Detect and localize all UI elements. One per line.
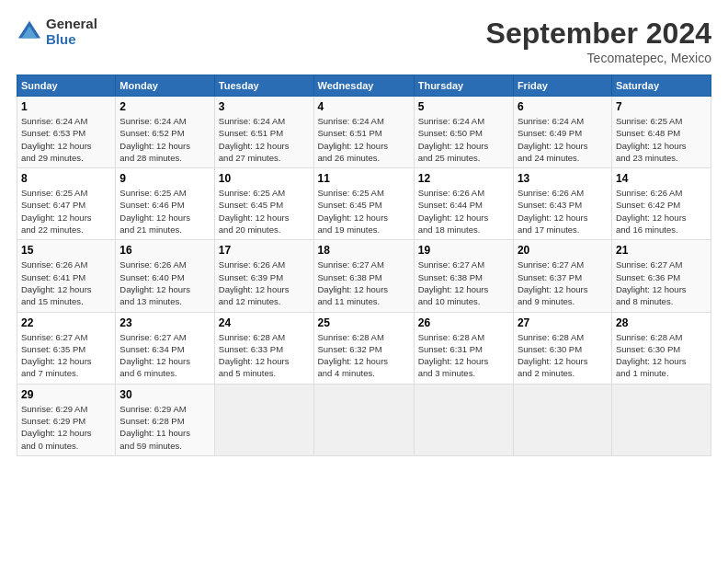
day-number: 21 — [616, 244, 707, 257]
calendar-day-cell: 28Sunrise: 6:28 AMSunset: 6:30 PMDayligh… — [611, 312, 711, 384]
logo-text: General Blue — [46, 17, 97, 47]
calendar-day-cell: 16Sunrise: 6:26 AMSunset: 6:40 PMDayligh… — [116, 240, 214, 312]
calendar-day-cell — [611, 384, 711, 455]
day-number: 8 — [21, 172, 111, 185]
column-header-monday: Monday — [116, 75, 214, 97]
day-info: Sunrise: 6:24 AMSunset: 6:50 PMDaylight:… — [418, 115, 509, 164]
calendar-day-cell — [214, 384, 313, 455]
calendar-day-cell: 29Sunrise: 6:29 AMSunset: 6:29 PMDayligh… — [17, 384, 116, 455]
day-number: 29 — [21, 388, 111, 401]
day-info: Sunrise: 6:24 AMSunset: 6:49 PMDaylight:… — [518, 115, 608, 164]
day-number: 14 — [616, 172, 707, 185]
day-info: Sunrise: 6:28 AMSunset: 6:33 PMDaylight:… — [219, 331, 310, 380]
day-info: Sunrise: 6:27 AMSunset: 6:38 PMDaylight:… — [318, 259, 410, 307]
calendar-week-row: 29Sunrise: 6:29 AMSunset: 6:29 PMDayligh… — [17, 384, 711, 455]
column-header-saturday: Saturday — [611, 75, 711, 97]
day-number: 20 — [518, 244, 608, 257]
calendar-day-cell: 6Sunrise: 6:24 AMSunset: 6:49 PMDaylight… — [513, 97, 611, 168]
day-number: 12 — [418, 172, 509, 185]
day-number: 22 — [21, 316, 111, 329]
day-info: Sunrise: 6:26 AMSunset: 6:39 PMDaylight:… — [219, 259, 310, 307]
month-title: September 2024 — [486, 17, 711, 51]
logo: General Blue — [17, 17, 97, 47]
day-info: Sunrise: 6:28 AMSunset: 6:30 PMDaylight:… — [518, 331, 608, 380]
calendar-day-cell: 3Sunrise: 6:24 AMSunset: 6:51 PMDaylight… — [214, 97, 313, 168]
header: General Blue September 2024 Tecomatepec,… — [17, 17, 711, 65]
day-info: Sunrise: 6:25 AMSunset: 6:48 PMDaylight:… — [616, 115, 707, 164]
day-number: 4 — [318, 100, 410, 113]
day-info: Sunrise: 6:27 AMSunset: 6:38 PMDaylight:… — [418, 259, 509, 307]
day-number: 13 — [518, 172, 608, 185]
calendar-week-row: 15Sunrise: 6:26 AMSunset: 6:41 PMDayligh… — [17, 240, 711, 312]
calendar-day-cell: 18Sunrise: 6:27 AMSunset: 6:38 PMDayligh… — [313, 240, 414, 312]
day-number: 5 — [418, 100, 509, 113]
day-info: Sunrise: 6:27 AMSunset: 6:35 PMDaylight:… — [21, 331, 111, 380]
calendar-week-row: 8Sunrise: 6:25 AMSunset: 6:47 PMDaylight… — [17, 168, 711, 240]
day-number: 1 — [21, 100, 111, 113]
calendar-day-cell: 13Sunrise: 6:26 AMSunset: 6:43 PMDayligh… — [513, 168, 611, 240]
day-number: 19 — [418, 244, 509, 257]
calendar-day-cell: 17Sunrise: 6:26 AMSunset: 6:39 PMDayligh… — [214, 240, 313, 312]
calendar-day-cell: 5Sunrise: 6:24 AMSunset: 6:50 PMDaylight… — [414, 97, 513, 168]
day-info: Sunrise: 6:26 AMSunset: 6:41 PMDaylight:… — [21, 259, 111, 307]
calendar-day-cell: 4Sunrise: 6:24 AMSunset: 6:51 PMDaylight… — [313, 97, 414, 168]
day-number: 28 — [616, 316, 707, 329]
day-number: 16 — [119, 244, 210, 257]
calendar-day-cell: 12Sunrise: 6:26 AMSunset: 6:44 PMDayligh… — [414, 168, 513, 240]
day-number: 3 — [219, 100, 310, 113]
day-number: 17 — [219, 244, 310, 257]
calendar-day-cell: 19Sunrise: 6:27 AMSunset: 6:38 PMDayligh… — [414, 240, 513, 312]
day-number: 18 — [318, 244, 410, 257]
column-header-tuesday: Tuesday — [214, 75, 313, 97]
day-number: 11 — [318, 172, 410, 185]
calendar-day-cell — [513, 384, 611, 455]
page: General Blue September 2024 Tecomatepec,… — [0, 0, 728, 563]
column-header-wednesday: Wednesday — [313, 75, 414, 97]
day-info: Sunrise: 6:25 AMSunset: 6:45 PMDaylight:… — [318, 187, 410, 236]
location-subtitle: Tecomatepec, Mexico — [486, 51, 711, 65]
day-info: Sunrise: 6:29 AMSunset: 6:28 PMDaylight:… — [119, 403, 210, 452]
calendar-day-cell: 22Sunrise: 6:27 AMSunset: 6:35 PMDayligh… — [17, 312, 116, 384]
column-header-sunday: Sunday — [17, 75, 116, 97]
day-number: 24 — [219, 316, 310, 329]
day-number: 30 — [119, 388, 210, 401]
day-info: Sunrise: 6:24 AMSunset: 6:51 PMDaylight:… — [219, 115, 310, 164]
calendar-day-cell: 25Sunrise: 6:28 AMSunset: 6:32 PMDayligh… — [313, 312, 414, 384]
calendar-day-cell: 2Sunrise: 6:24 AMSunset: 6:52 PMDaylight… — [116, 97, 214, 168]
calendar-table: SundayMondayTuesdayWednesdayThursdayFrid… — [17, 75, 711, 456]
day-info: Sunrise: 6:24 AMSunset: 6:52 PMDaylight:… — [119, 115, 210, 164]
column-header-friday: Friday — [513, 75, 611, 97]
calendar-day-cell — [313, 384, 414, 455]
calendar-day-cell: 8Sunrise: 6:25 AMSunset: 6:47 PMDaylight… — [17, 168, 116, 240]
day-info: Sunrise: 6:25 AMSunset: 6:45 PMDaylight:… — [219, 187, 310, 236]
day-info: Sunrise: 6:27 AMSunset: 6:34 PMDaylight:… — [119, 331, 210, 380]
day-number: 25 — [318, 316, 410, 329]
calendar-day-cell: 14Sunrise: 6:26 AMSunset: 6:42 PMDayligh… — [611, 168, 711, 240]
calendar-day-cell — [414, 384, 513, 455]
logo-icon — [17, 19, 42, 45]
day-info: Sunrise: 6:27 AMSunset: 6:36 PMDaylight:… — [616, 259, 707, 307]
day-number: 9 — [119, 172, 210, 185]
column-header-thursday: Thursday — [414, 75, 513, 97]
day-info: Sunrise: 6:28 AMSunset: 6:30 PMDaylight:… — [616, 331, 707, 380]
day-number: 6 — [518, 100, 608, 113]
calendar-day-cell: 15Sunrise: 6:26 AMSunset: 6:41 PMDayligh… — [17, 240, 116, 312]
day-info: Sunrise: 6:24 AMSunset: 6:53 PMDaylight:… — [21, 115, 111, 164]
day-number: 7 — [616, 100, 707, 113]
logo-blue-text: Blue — [46, 32, 97, 48]
calendar-header-row: SundayMondayTuesdayWednesdayThursdayFrid… — [17, 75, 711, 97]
calendar-day-cell: 20Sunrise: 6:27 AMSunset: 6:37 PMDayligh… — [513, 240, 611, 312]
day-number: 23 — [119, 316, 210, 329]
day-info: Sunrise: 6:26 AMSunset: 6:43 PMDaylight:… — [518, 187, 608, 236]
title-block: September 2024 Tecomatepec, Mexico — [486, 17, 711, 65]
calendar-week-row: 22Sunrise: 6:27 AMSunset: 6:35 PMDayligh… — [17, 312, 711, 384]
calendar-day-cell: 7Sunrise: 6:25 AMSunset: 6:48 PMDaylight… — [611, 97, 711, 168]
day-info: Sunrise: 6:29 AMSunset: 6:29 PMDaylight:… — [21, 403, 111, 452]
day-number: 26 — [418, 316, 509, 329]
day-info: Sunrise: 6:26 AMSunset: 6:44 PMDaylight:… — [418, 187, 509, 236]
day-info: Sunrise: 6:26 AMSunset: 6:40 PMDaylight:… — [119, 259, 210, 307]
day-info: Sunrise: 6:25 AMSunset: 6:46 PMDaylight:… — [119, 187, 210, 236]
calendar-day-cell: 23Sunrise: 6:27 AMSunset: 6:34 PMDayligh… — [116, 312, 214, 384]
day-info: Sunrise: 6:24 AMSunset: 6:51 PMDaylight:… — [318, 115, 410, 164]
calendar-day-cell: 10Sunrise: 6:25 AMSunset: 6:45 PMDayligh… — [214, 168, 313, 240]
